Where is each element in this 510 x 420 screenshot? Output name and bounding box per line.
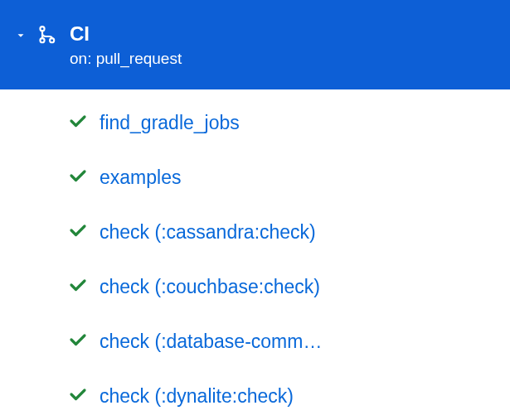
header-text: CI on: pull_request [70, 23, 182, 68]
check-icon [68, 330, 88, 353]
check-icon [68, 166, 88, 189]
workflow-icon [36, 25, 60, 51]
job-item[interactable]: check (:database-comm… [68, 330, 510, 353]
job-name: check (:dynalite:check) [100, 385, 294, 408]
workflow-header: CI on: pull_request [0, 0, 510, 89]
job-item[interactable]: examples [68, 166, 510, 189]
workflow-title: CI [70, 23, 182, 45]
job-name: examples [100, 167, 181, 189]
check-icon [68, 384, 88, 408]
check-icon [68, 220, 88, 244]
job-name: find_gradle_jobs [100, 112, 240, 134]
jobs-list: find_gradle_jobs examples check (:cassan… [0, 89, 510, 408]
job-name: check (:cassandra:check) [100, 221, 316, 244]
workflow-trigger: on: pull_request [70, 50, 182, 68]
caret-down-icon[interactable] [15, 30, 27, 44]
job-name: check (:couchbase:check) [100, 276, 320, 298]
job-name: check (:database-comm… [100, 331, 322, 353]
job-item[interactable]: check (:couchbase:check) [68, 275, 510, 298]
job-item[interactable]: find_gradle_jobs [68, 111, 510, 134]
check-icon [68, 275, 88, 298]
job-item[interactable]: check (:cassandra:check) [68, 220, 510, 244]
check-icon [68, 111, 88, 134]
job-item[interactable]: check (:dynalite:check) [68, 384, 510, 408]
